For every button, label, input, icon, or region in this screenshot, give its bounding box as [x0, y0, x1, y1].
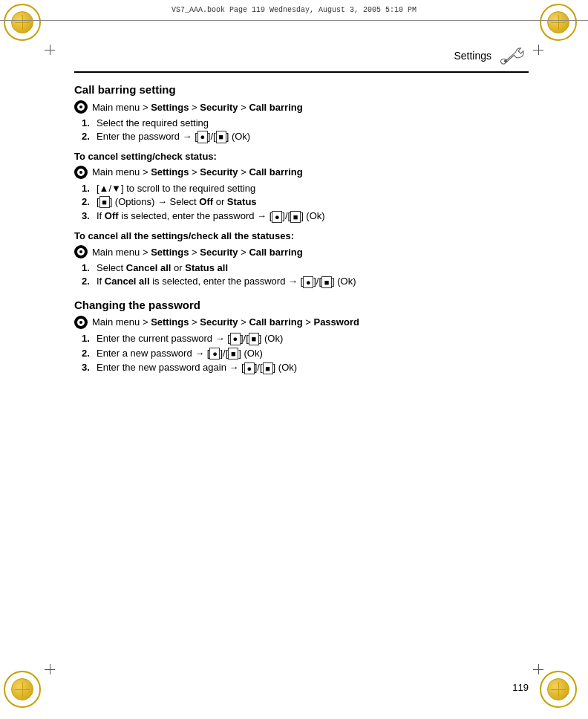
crosshair-br — [533, 664, 543, 674]
settings-header: Settings — [74, 45, 529, 73]
step-list-1: 1. Select the required setting 2. Enter … — [74, 117, 529, 143]
step-list-3: 1. Select Cancel all or Status all 2. If… — [74, 262, 529, 288]
step-2-3: 3. If Off is selected, enter the passwor… — [74, 210, 529, 223]
section-call-barring: Call barring setting Main menu > Setting… — [74, 83, 529, 288]
corner-decoration-bl — [4, 671, 48, 715]
menu-icon-3 — [74, 245, 88, 258]
menu-path-4: Main menu > Settings > Security > Call b… — [74, 316, 529, 329]
section-heading-call-barring: Call barring setting — [74, 83, 529, 96]
page-number: 119 — [512, 682, 529, 693]
step-1-2: 2. Enter the password → [●]/[■] (Ok) — [74, 131, 529, 143]
step-4-2: 2. Enter a new password → [●]/[■] (Ok) — [74, 348, 529, 360]
menu-icon-4 — [74, 316, 88, 329]
step-4-3: 3. Enter the new password again → [●]/[■… — [74, 362, 529, 374]
menu-path-3: Main menu > Settings > Security > Call b… — [74, 245, 529, 258]
menu-icon-1 — [74, 100, 88, 114]
step-1-1: 1. Select the required setting — [74, 117, 529, 128]
step-3-1: 1. Select Cancel all or Status all — [74, 262, 529, 273]
step-list-2: 1. [▲/▼] to scroll to the required setti… — [74, 183, 529, 223]
step-4-1: 1. Enter the current password → [●]/[■] … — [74, 333, 529, 345]
settings-title: Settings — [454, 50, 491, 62]
menu-icon-2 — [74, 166, 88, 179]
sub-heading-cancel-all: To cancel all the settings/check all the… — [74, 230, 529, 241]
section-change-password: Changing the password Main menu > Settin… — [74, 299, 529, 374]
sub-heading-cancel-setting: To cancel setting/check status: — [74, 151, 529, 162]
svg-point-0 — [504, 59, 507, 62]
filename-text: VS7_AAA.book Page 119 Wednesday, August … — [172, 6, 416, 14]
step-list-4: 1. Enter the current password → [●]/[■] … — [74, 333, 529, 374]
menu-path-1: Main menu > Settings > Security > Call b… — [74, 100, 529, 114]
menu-path-2: Main menu > Settings > Security > Call b… — [74, 166, 529, 179]
step-3-2: 2. If Cancel all is selected, enter the … — [74, 276, 529, 288]
main-content: Settings Call barring setting Main menu … — [74, 45, 529, 660]
crosshair-bl — [45, 664, 55, 674]
crosshair-tr — [533, 45, 543, 55]
section-heading-password: Changing the password — [74, 299, 529, 311]
crosshair-tl — [45, 45, 55, 55]
step-2-2: 2. [■] (Options) → Select Off or Status — [74, 196, 529, 209]
top-bar: VS7_AAA.book Page 119 Wednesday, August … — [0, 0, 588, 21]
wrench-icon — [499, 45, 529, 67]
step-2-1: 1. [▲/▼] to scroll to the required setti… — [74, 183, 529, 194]
corner-decoration-br — [540, 671, 584, 715]
